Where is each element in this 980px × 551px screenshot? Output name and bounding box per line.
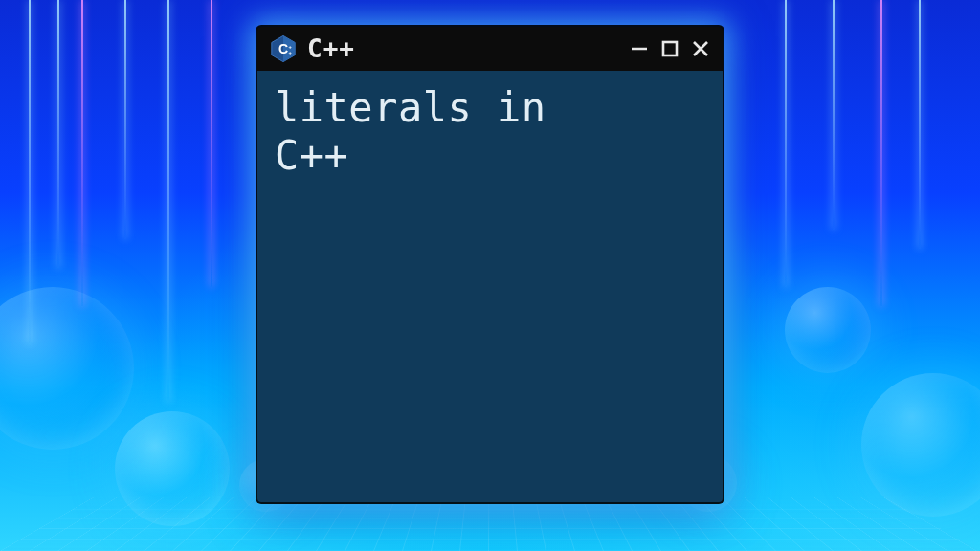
content-line-1: literals in: [275, 84, 546, 131]
decorative-trace: [880, 0, 882, 306]
decorative-sphere: [785, 287, 871, 373]
decorative-sphere: [115, 411, 230, 526]
decorative-trace: [785, 0, 787, 287]
decorative-sphere: [0, 287, 134, 450]
svg-text:C: C: [278, 41, 288, 56]
cpp-logo-icon: C + +: [269, 34, 298, 63]
decorative-trace: [167, 0, 169, 402]
close-button[interactable]: [690, 38, 711, 59]
decorative-trace: [124, 0, 126, 239]
window-controls: [629, 38, 711, 59]
window-title: C++: [307, 36, 355, 61]
maximize-button[interactable]: [659, 38, 680, 59]
decorative-trace: [833, 0, 835, 230]
decorative-trace: [211, 0, 212, 287]
titlebar[interactable]: C + + C++: [257, 27, 723, 71]
client-area: literals in C++: [257, 71, 723, 502]
content-line-2: C++: [275, 132, 348, 179]
svg-rect-6: [663, 42, 677, 55]
decorative-trace: [81, 0, 83, 306]
decorative-sphere: [861, 373, 980, 517]
minimize-button[interactable]: [629, 38, 650, 59]
decorative-trace: [57, 0, 59, 268]
app-window: C + + C++ l: [257, 27, 723, 502]
decorative-trace: [29, 0, 31, 344]
decorative-trace: [919, 0, 921, 249]
